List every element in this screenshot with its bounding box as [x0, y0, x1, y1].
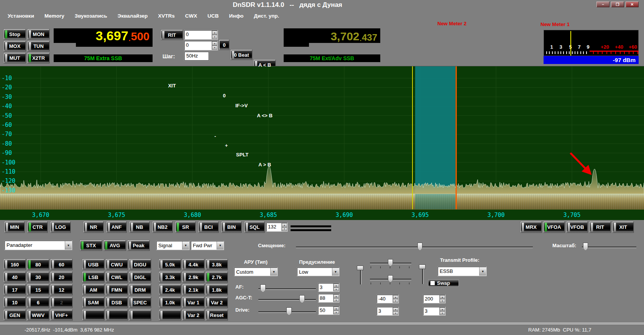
swap-checkbox[interactable]	[430, 281, 435, 286]
offset-slider-track[interactable]	[296, 246, 533, 248]
zoom-slider-thumb[interactable]	[583, 243, 588, 251]
menu-item[interactable]: XVTRs	[158, 13, 175, 19]
spinner-down-icon[interactable]: ▼	[440, 311, 445, 315]
agct-slider-track[interactable]	[258, 299, 316, 300]
rit-spinner[interactable]: 0▲▼	[184, 30, 218, 39]
spinner-up-icon[interactable]: ▲	[282, 223, 287, 227]
tx-switch-button[interactable]: X2TR	[28, 53, 49, 63]
menu-item[interactable]: Эквалайзер	[118, 13, 148, 19]
gain-slider-thumb[interactable]	[419, 264, 426, 269]
tx-meter-select[interactable]: Fwd Pwr▼	[191, 241, 224, 250]
vfo-button[interactable]: MRX	[521, 222, 542, 233]
filter-button[interactable]: Reset	[206, 310, 228, 320]
spinner-down-icon[interactable]: ▼	[334, 298, 339, 302]
spinner-up-icon[interactable]: ▲	[440, 295, 445, 299]
menu-item[interactable]: Звукозапись	[75, 13, 107, 19]
menu-item[interactable]: CWX	[185, 13, 197, 19]
preamp-select[interactable]: Low▼	[297, 268, 339, 276]
tx-switch-button[interactable]: MON	[28, 29, 49, 39]
display-mode-button[interactable]: Peak	[128, 240, 150, 251]
band-button[interactable]: 160	[4, 259, 26, 270]
menu-item[interactable]: Дист. упр.	[254, 13, 279, 19]
vfo-button[interactable]: XIT	[613, 222, 634, 233]
dx-spinner[interactable]: 3▲▼	[377, 307, 399, 315]
dsp-button[interactable]: BIN	[222, 222, 242, 233]
gate-spinner[interactable]: -40▲▼	[377, 295, 399, 303]
spinner-down-icon[interactable]: ▼	[334, 310, 339, 314]
mode-button[interactable]: DSB	[106, 297, 128, 308]
spinner-down-icon[interactable]: ▼	[334, 287, 339, 291]
filter-button[interactable]: 2.4k	[159, 284, 181, 295]
vfo-button[interactable]: RIT	[590, 222, 611, 233]
step-input[interactable]: 50Hz	[184, 52, 209, 61]
mode-button[interactable]: SPEC	[129, 297, 151, 308]
dsp-button[interactable]: NB2	[153, 222, 172, 233]
tx-switch-button[interactable]: MOX	[4, 41, 26, 51]
panadapter[interactable]: -10-20-30-40-50-60-70-80-90-100-110-120-…	[0, 66, 644, 220]
chevron-down-icon[interactable]: ▼	[270, 268, 277, 276]
tx-switch-button[interactable]: Stop	[4, 29, 26, 39]
chevron-down-icon[interactable]: ▼	[182, 241, 189, 250]
vox-spinner[interactable]: 200▲▼	[423, 295, 445, 303]
spinner-down-icon[interactable]: ▼	[212, 35, 217, 39]
filter-button[interactable]: 2.7k	[206, 272, 228, 282]
filter-button[interactable]: Var 2	[182, 310, 204, 320]
band-button[interactable]: 40	[4, 272, 26, 282]
rx-meter-select[interactable]: Signal▼	[156, 241, 189, 250]
menu-item[interactable]: Установки	[8, 13, 34, 19]
offset-slider-thumb[interactable]	[417, 243, 422, 251]
mode-button[interactable]	[82, 310, 104, 320]
mode-button[interactable]	[129, 310, 151, 320]
mode-button[interactable]: CWU	[106, 259, 128, 270]
dsp-button[interactable]: SR	[176, 222, 196, 233]
spinner-up-icon[interactable]: ▲	[212, 41, 217, 46]
dsp-button[interactable]: NR	[84, 222, 104, 233]
tx-switch-button[interactable]: MUT	[4, 53, 26, 63]
spinner-up-icon[interactable]: ▲	[393, 295, 398, 299]
mode-button[interactable]: USB	[82, 259, 104, 270]
minimize-button[interactable]: –	[596, 2, 610, 7]
band-button[interactable]: 6	[27, 297, 49, 308]
display-button[interactable]: MIN	[5, 222, 25, 233]
agct-spinner[interactable]: 88▲▼	[318, 294, 339, 302]
band-button[interactable]: WWV	[27, 310, 49, 320]
xit-spinner[interactable]: 0▲▼	[184, 41, 218, 50]
band-button[interactable]: 60	[51, 259, 72, 270]
menu-item[interactable]: Инфо	[229, 13, 244, 19]
cpdr-spinner[interactable]: 3▲▼	[423, 307, 445, 315]
agc-select[interactable]: Custom▼	[234, 268, 278, 276]
vfo-a-display[interactable]: 3,697 . 500	[54, 28, 153, 43]
spinner-down-icon[interactable]: ▼	[393, 311, 398, 315]
spinner-up-icon[interactable]: ▲	[440, 307, 445, 311]
mode-button[interactable]: CWL	[106, 272, 128, 282]
tx-switch-button[interactable]: TUN	[28, 41, 49, 51]
display-button[interactable]: LOG	[51, 222, 71, 233]
display-mode-button[interactable]: AVG	[104, 240, 126, 251]
zero-beat-button[interactable]: 0 Beat	[231, 50, 252, 60]
filter-button[interactable]: 3.3k	[159, 272, 181, 282]
rit-button[interactable]: RIT	[161, 30, 183, 40]
spinner-up-icon[interactable]: ▲	[334, 294, 339, 298]
band-button[interactable]: 15	[27, 284, 49, 295]
menu-item[interactable]: UCB	[207, 13, 219, 19]
rit-zero-button[interactable]: 0	[219, 40, 229, 50]
band-button[interactable]: GEN	[4, 310, 26, 320]
band-button[interactable]: 30	[27, 272, 49, 282]
filter-button[interactable]: 3.8k	[206, 259, 228, 270]
band-button[interactable]: 12	[51, 284, 72, 295]
spinner-down-icon[interactable]: ▼	[393, 299, 398, 303]
mic-slider-thumb[interactable]	[357, 266, 363, 270]
spinner-down-icon[interactable]: ▼	[440, 299, 445, 303]
display-mode-select[interactable]: Panadapter▼	[5, 241, 72, 250]
band-button[interactable]: 2	[51, 297, 72, 308]
af-spinner[interactable]: 3▲▼	[318, 283, 339, 292]
chevron-down-icon[interactable]: ▼	[217, 241, 223, 250]
vfo-button[interactable]: VFOB	[567, 222, 588, 233]
drive-slider-thumb[interactable]	[286, 307, 292, 315]
chevron-down-icon[interactable]: ▼	[332, 268, 339, 276]
pan2-slider-thumb[interactable]	[388, 275, 393, 282]
af-slider-thumb[interactable]	[260, 284, 266, 292]
display-mode-button[interactable]: STX	[80, 240, 102, 251]
filter-button[interactable]: Var 2	[206, 297, 228, 308]
spinner-up-icon[interactable]: ▲	[212, 31, 217, 35]
